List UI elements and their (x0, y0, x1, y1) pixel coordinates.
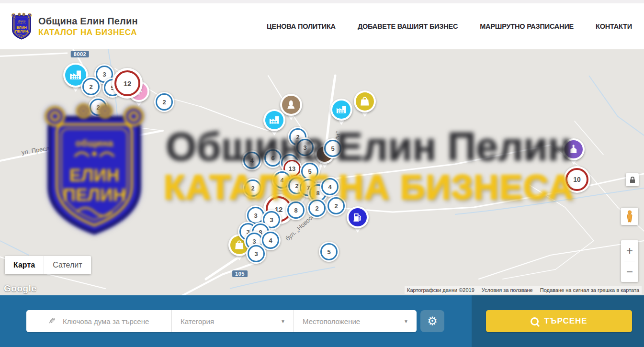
chevron-down-icon: ▼ (404, 319, 408, 324)
advanced-search-button[interactable]: ⚙ (420, 310, 444, 332)
category-value: Категория (181, 317, 214, 325)
cluster-marker[interactable]: 4 (320, 177, 340, 197)
road-shield: 105 (232, 270, 248, 277)
cluster-marker[interactable]: 2 (154, 92, 174, 112)
cluster-marker[interactable]: 3 (295, 137, 315, 157)
map-pin-bag-icon[interactable] (354, 90, 376, 117)
cluster-count: 6 (264, 149, 282, 167)
cluster-count: 4 (262, 232, 279, 249)
cluster-marker[interactable]: 2 (326, 196, 346, 216)
category-select[interactable]: Категория ▼ (171, 310, 294, 332)
nav-item-pricing[interactable]: ЦЕНОВА ПОЛИТИКА (267, 22, 336, 30)
map-type-map-button[interactable]: Карта (5, 256, 44, 274)
cluster-count: 4 (243, 152, 260, 169)
cluster-count: 2 (156, 93, 173, 111)
site-title: Община Елин Пелин (38, 16, 138, 27)
search-button[interactable]: ТЪРСЕНЕ (486, 310, 632, 332)
cluster-count: 5 (324, 140, 341, 157)
page-top-strip (0, 0, 644, 3)
site-subtitle: КАТАЛОГ НА БИЗНЕСА (38, 28, 138, 37)
keyword-section: ✎ (26, 310, 171, 332)
cluster-marker[interactable]: 2 (307, 198, 327, 218)
attribution-link[interactable]: Условия за ползване (482, 287, 533, 293)
cluster-marker[interactable]: 2 (243, 178, 263, 198)
search-button-label: ТЪРСЕНЕ (544, 316, 587, 326)
map-attribution: Картографски данни ©2019Условия за ползв… (405, 286, 642, 294)
cluster-marker[interactable]: 5 (323, 138, 343, 158)
nav-item-add-business[interactable]: ДОБАВЕТЕ ВАШИЯТ БИЗНЕС (358, 22, 458, 30)
cluster-count: 12 (114, 70, 140, 96)
search-icon (531, 317, 539, 325)
pencil-icon: ✎ (48, 316, 56, 326)
cluster-count: 3 (248, 245, 265, 262)
cluster-marker[interactable]: 2 (88, 97, 108, 117)
lock-icon[interactable] (626, 173, 639, 186)
attribution-text: Картографски данни ©2019 (407, 287, 475, 293)
nav-item-route-schedule[interactable]: МАРШРУТНО РАЗПИСАНИЕ (480, 22, 574, 30)
cluster-count: 2 (308, 200, 326, 217)
location-select[interactable]: Местоположение ▼ (294, 310, 417, 332)
location-value: Местоположение (303, 317, 360, 325)
zoom-in-button[interactable]: + (621, 240, 638, 261)
cluster-count: 4 (321, 178, 339, 195)
gear-icon: ⚙ (427, 314, 438, 328)
header: Община Елин Пелин КАТАЛОГ НА БИЗНЕСА ЦЕН… (0, 3, 644, 49)
site-title-block: Община Елин Пелин КАТАЛОГ НА БИЗНЕСА (38, 16, 138, 37)
pegman-icon[interactable] (621, 208, 638, 225)
zoom-control: + − (621, 240, 638, 282)
cluster-count: 2 (328, 197, 345, 214)
map-pin-factory-icon[interactable] (263, 109, 285, 135)
map-pin-fuel-icon[interactable] (347, 206, 369, 233)
chevron-down-icon: ▼ (281, 319, 285, 324)
cluster-marker[interactable]: 8 (286, 200, 306, 220)
map-type-control: Карта Сателит (5, 256, 91, 274)
search-form: ✎ Категория ▼ Местоположение ▼ (26, 310, 417, 332)
cluster-count: 2 (244, 179, 261, 197)
municipality-logo-icon[interactable] (11, 12, 33, 40)
search-bar: ✎ Категория ▼ Местоположение ▼ ⚙ ТЪРСЕНЕ (0, 295, 644, 347)
zoom-out-button[interactable]: − (621, 261, 638, 282)
map-pin-church-icon[interactable] (563, 138, 585, 165)
cluster-count: 5 (320, 243, 338, 260)
nav-item-contacts[interactable]: КОНТАКТИ (596, 22, 632, 30)
cluster-marker[interactable]: 4 (242, 150, 262, 170)
attribution-link[interactable]: Подаване на сигнал за грешка в картата (540, 287, 639, 293)
google-logo[interactable]: Google (4, 283, 36, 294)
cluster-marker[interactable]: 12 (112, 68, 143, 99)
map-pin-factory-icon[interactable] (330, 99, 352, 125)
cluster-count: 10 (565, 168, 588, 191)
cluster-count: 2 (82, 78, 100, 95)
map-type-satellite-button[interactable]: Сателит (44, 256, 90, 274)
search-input[interactable] (62, 317, 159, 326)
road-shield: 8002 (71, 51, 89, 57)
cluster-marker[interactable]: 5 (319, 242, 339, 262)
main-nav: ЦЕНОВА ПОЛИТИКА ДОБАВЕТЕ ВАШИЯТ БИЗНЕС М… (267, 22, 632, 30)
cluster-marker[interactable]: 2 (81, 77, 101, 97)
map-canvas[interactable]: 8002105ул. Преславбул. „Новоселции" 3251… (0, 49, 644, 295)
cluster-count: 8 (287, 201, 305, 219)
cluster-count: 2 (90, 99, 107, 116)
cluster-marker[interactable]: 3 (246, 244, 266, 264)
cluster-marker[interactable]: 10 (564, 166, 590, 193)
cluster-count: 3 (296, 139, 314, 156)
